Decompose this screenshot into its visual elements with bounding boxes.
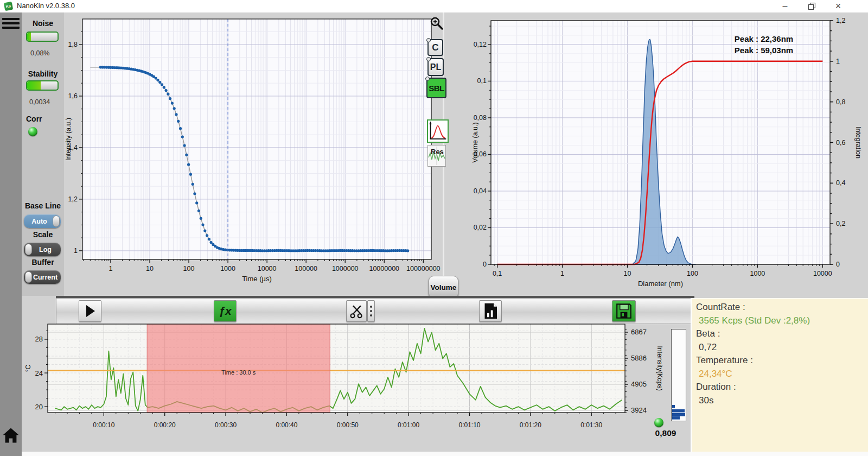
svg-text:0,1: 0,1 <box>493 270 502 277</box>
restore-button[interactable] <box>803 0 820 12</box>
svg-text:10000000: 10000000 <box>369 265 399 273</box>
svg-text:10: 10 <box>624 270 631 277</box>
svg-text:100: 100 <box>687 270 698 277</box>
toggle-knob <box>53 216 60 227</box>
svg-text:Time : 30.0 s: Time : 30.0 s <box>221 369 256 376</box>
app-logo-icon: Kn <box>4 2 13 11</box>
beta-label: Beta : <box>696 327 868 341</box>
svg-text:1: 1 <box>74 247 78 255</box>
volume-display-button[interactable]: Volume <box>429 276 458 299</box>
svg-text:0,8: 0,8 <box>836 98 845 106</box>
svg-text:0:00:30: 0:00:30 <box>215 421 237 429</box>
corr-status-led <box>28 127 37 136</box>
sbl-mode-button[interactable]: SBL <box>426 78 446 98</box>
toggle-knob <box>25 244 32 255</box>
svg-text:100: 100 <box>183 265 195 273</box>
svg-text:0:00:10: 0:00:10 <box>93 421 114 429</box>
countrate-level-meter <box>671 329 686 421</box>
report-button[interactable] <box>479 300 502 322</box>
buffer-current-toggle[interactable]: Current <box>24 270 61 284</box>
status-led <box>654 418 663 427</box>
svg-text:0:00:20: 0:00:20 <box>154 421 176 429</box>
noise-label: Noise <box>22 19 64 28</box>
toggle-knob <box>25 271 32 283</box>
cut-options-button[interactable] <box>367 300 375 322</box>
svg-text:1000: 1000 <box>750 270 765 277</box>
save-button[interactable] <box>612 300 636 322</box>
measurement-info-panel: CountRate : 3565 Kcps (Std Dev :2,8%) Be… <box>691 298 868 452</box>
close-button[interactable]: × <box>830 0 846 12</box>
scissors-icon <box>349 303 364 319</box>
kinetics-chart[interactable]: Time : 30.0 s0:00:100:00:200:00:300:00:4… <box>22 323 694 452</box>
cut-selection-button[interactable] <box>346 300 367 322</box>
fit-function-button[interactable]: ƒx <box>214 300 237 322</box>
size-distribution-chart[interactable]: 0,111010010001000000,020,040,060,080,10,… <box>471 12 868 296</box>
stability-label: Stability <box>22 69 64 78</box>
svg-text:4905: 4905 <box>631 380 647 388</box>
title-bar: Kn NanoKin v2.0.38.0 – × <box>0 0 868 13</box>
meter-bar <box>672 416 680 420</box>
svg-text:1,6: 1,6 <box>68 92 78 100</box>
c-mode-button[interactable]: C <box>427 39 443 56</box>
svg-text:1000000: 1000000 <box>332 265 359 273</box>
svg-text:0: 0 <box>836 261 840 268</box>
app-window: Kn NanoKin v2.0.38.0 – × Noise 0,08% Sta… <box>0 0 868 456</box>
svg-text:24: 24 <box>35 369 43 377</box>
temperature-value: 24,34°C <box>696 368 868 381</box>
baseline-label: Base Line <box>22 201 64 210</box>
svg-text:3924: 3924 <box>631 406 647 414</box>
countrate-label: CountRate : <box>696 301 868 314</box>
buffer-label: Buffer <box>22 258 64 267</box>
svg-text:0,2: 0,2 <box>836 220 845 227</box>
svg-text:0,1: 0,1 <box>477 77 487 85</box>
svg-text:100000000: 100000000 <box>406 265 441 273</box>
svg-text:1: 1 <box>836 58 840 65</box>
svg-text:Peak : 59,03nm: Peak : 59,03nm <box>735 46 793 55</box>
peak-curve-icon <box>428 121 448 142</box>
svg-text:1: 1 <box>108 265 112 273</box>
duration-value: 30s <box>696 394 868 408</box>
meter-bar <box>672 409 685 413</box>
home-icon[interactable] <box>2 426 20 447</box>
kebab-menu-icon <box>369 305 373 317</box>
svg-text:0:01:20: 0:01:20 <box>520 421 541 429</box>
scale-log-toggle[interactable]: Log <box>24 243 61 256</box>
svg-text:0: 0 <box>483 261 487 268</box>
stability-value: 0,0034 <box>29 98 50 106</box>
svg-text:10000: 10000 <box>813 270 832 277</box>
distribution-view-button[interactable] <box>427 119 449 143</box>
svg-text:°C: °C <box>24 364 32 372</box>
save-floppy-icon <box>615 302 633 320</box>
play-icon <box>84 304 97 318</box>
restore-icon <box>808 3 815 10</box>
hamburger-menu-icon[interactable] <box>2 16 20 31</box>
correlogram-chart[interactable]: 1101001000100001000001000000100000001000… <box>64 12 445 296</box>
svg-text:0:01:00: 0:01:00 <box>398 421 419 429</box>
beta-value: 0,72 <box>696 341 868 354</box>
play-button[interactable] <box>79 300 101 322</box>
stability-bar-fill <box>27 81 41 90</box>
svg-text:1000: 1000 <box>220 265 235 273</box>
pl-mode-button[interactable]: PL <box>427 58 444 76</box>
svg-text:1,8: 1,8 <box>68 41 78 48</box>
svg-text:10000: 10000 <box>258 265 277 273</box>
residuals-button[interactable]: Res <box>427 145 446 167</box>
noise-value: 0,08% <box>30 49 49 57</box>
svg-text:0,12: 0,12 <box>474 41 487 48</box>
noise-bar-fill <box>27 33 31 41</box>
svg-text:1,2: 1,2 <box>68 195 78 203</box>
main-content: Noise 0,08% Stability 0,0034 Corr Base L… <box>0 12 868 456</box>
svg-text:Diameter (nm): Diameter (nm) <box>638 280 683 288</box>
baseline-auto-toggle[interactable]: Auto <box>24 214 61 228</box>
duration-label: Duration : <box>696 381 868 394</box>
svg-text:Integration: Integration <box>854 126 862 159</box>
corr-label: Corr <box>26 115 42 123</box>
report-chart-icon <box>482 302 499 320</box>
svg-text:0,6: 0,6 <box>836 139 845 147</box>
svg-text:0:00:40: 0:00:40 <box>276 421 297 429</box>
svg-text:0,08: 0,08 <box>474 114 487 122</box>
nav-strip <box>0 12 22 456</box>
stability-bar <box>26 80 59 91</box>
minimize-button[interactable]: – <box>777 0 793 12</box>
zoom-in-icon[interactable] <box>430 16 444 30</box>
